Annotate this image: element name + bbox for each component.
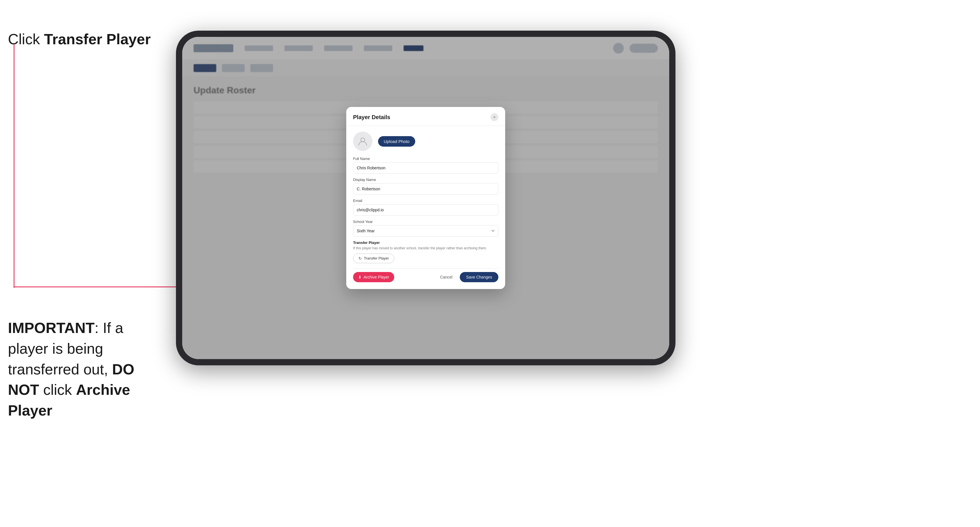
modal-close-button[interactable]: ×: [490, 113, 498, 121]
transfer-section-description: If this player has moved to another scho…: [353, 246, 498, 251]
instruction-important: IMPORTANT: [8, 320, 94, 336]
archive-player-button[interactable]: ⬇ Archive Player: [353, 272, 394, 282]
modal-footer: ⬇ Archive Player Cancel Save Changes: [353, 268, 498, 282]
archive-icon: ⬇: [358, 275, 361, 279]
archive-button-label: Archive Player: [364, 275, 389, 279]
school-year-group: School Year First Year Second Year Third…: [353, 219, 498, 237]
transfer-player-button[interactable]: ↻ Transfer Player: [353, 254, 394, 263]
modal-body: Upload Photo Full Name Display Name: [346, 126, 505, 289]
player-details-modal: Player Details × Upload Photo: [346, 107, 505, 289]
transfer-button-label: Transfer Player: [364, 256, 389, 260]
instruction-text2: click: [39, 381, 76, 398]
modal-header: Player Details ×: [346, 107, 505, 126]
email-input[interactable]: [353, 204, 498, 216]
instruction-top: Click Transfer Player: [8, 31, 151, 48]
tablet-device: Update Roster Player Details ×: [176, 31, 676, 365]
upload-photo-button[interactable]: Upload Photo: [378, 136, 415, 147]
arrow-horizontal: [14, 286, 184, 287]
full-name-input[interactable]: [353, 162, 498, 174]
tablet-screen: Update Roster Player Details ×: [182, 37, 669, 359]
transfer-section: Transfer Player If this player has moved…: [353, 241, 498, 263]
svg-point-0: [361, 138, 365, 142]
display-name-input[interactable]: [353, 183, 498, 195]
transfer-section-title: Transfer Player: [353, 241, 498, 245]
display-name-group: Display Name: [353, 178, 498, 195]
full-name-label: Full Name: [353, 157, 498, 161]
instruction-top-bold: Transfer Player: [44, 31, 151, 48]
save-changes-button[interactable]: Save Changes: [460, 272, 498, 282]
school-year-label: School Year: [353, 219, 498, 224]
school-year-select[interactable]: First Year Second Year Third Year Fourth…: [353, 225, 498, 237]
display-name-label: Display Name: [353, 178, 498, 182]
modal-overlay: Player Details × Upload Photo: [182, 37, 669, 359]
email-label: Email: [353, 198, 498, 203]
transfer-icon: ↻: [358, 256, 362, 261]
cancel-button[interactable]: Cancel: [436, 272, 457, 282]
email-group: Email: [353, 198, 498, 216]
full-name-group: Full Name: [353, 157, 498, 174]
avatar: [353, 132, 372, 151]
instruction-bottom: IMPORTANT: If a player is being transfer…: [8, 317, 167, 421]
photo-section: Upload Photo: [353, 132, 498, 151]
arrow-vertical: [14, 44, 14, 288]
modal-title: Player Details: [353, 114, 390, 121]
